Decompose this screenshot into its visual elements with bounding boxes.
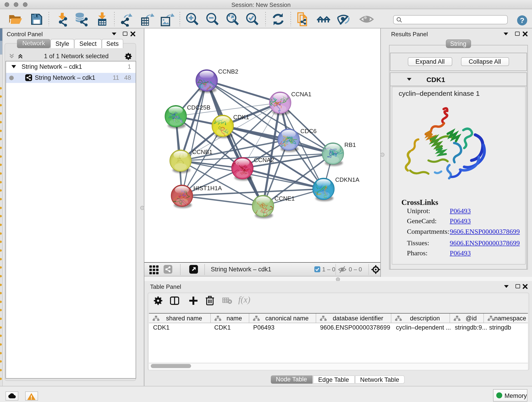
svg-text:RB1: RB1 [344, 141, 356, 148]
svg-text:CCNA2: CCNA2 [254, 157, 274, 163]
svg-text:CCNB2: CCNB2 [218, 68, 238, 75]
svg-text:CCNB1: CCNB1 [192, 148, 212, 155]
svg-text:CDKN1A: CDKN1A [335, 176, 360, 183]
svg-text:CDC6: CDC6 [300, 128, 317, 134]
svg-text:CDC25B: CDC25B [187, 104, 210, 111]
svg-text:CCNA1: CCNA1 [291, 91, 311, 98]
svg-text:CDK1: CDK1 [233, 114, 249, 121]
svg-text:CCNE1: CCNE1 [274, 195, 295, 202]
svg-text:?: ? [520, 16, 525, 24]
svg-text:HIST1H1A: HIST1H1A [193, 185, 222, 191]
